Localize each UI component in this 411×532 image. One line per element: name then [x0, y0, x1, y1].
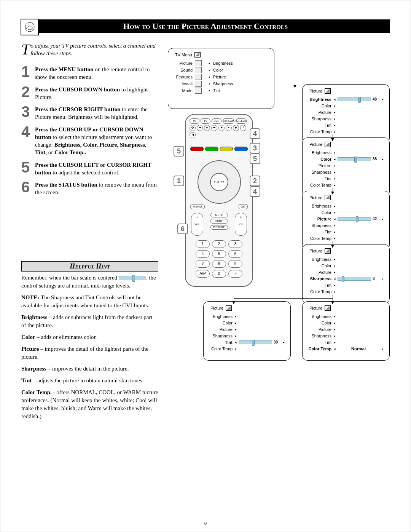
panel-title: Picture	[209, 305, 285, 311]
panel-row: Tint▸	[308, 282, 384, 288]
step-text: Press the CURSOR LEFT or CURSOR RIGHT bu…	[35, 160, 158, 177]
num-6: 6	[228, 250, 242, 258]
num-2: 2	[212, 240, 226, 248]
triangle-right-icon: ▸	[234, 328, 237, 331]
remote-btn: DVR	[212, 118, 221, 124]
panel-row: Color Temp▸	[308, 288, 384, 295]
num-9: 9	[228, 260, 242, 268]
panel-title: Picture	[308, 88, 384, 94]
panel-row: Picture▸	[308, 109, 384, 115]
triangle-right-icon: ▸	[381, 277, 384, 281]
triangle-left-icon: ◂	[333, 217, 336, 221]
picture-panel-tint: PictureBrightness▸Color▸Picture▸Sharpnes…	[203, 301, 291, 361]
remote-btn-power: ⏻	[190, 125, 196, 131]
remote-btn: ◀	[190, 132, 196, 138]
step-text: Press the CURSOR UP or CURSOR DOWN butto…	[35, 125, 158, 157]
triangle-right-icon: ▸	[333, 340, 336, 344]
triangle-right-icon: ▸	[333, 290, 336, 294]
slider-knob	[358, 97, 361, 103]
panel-row: Color▸	[308, 262, 384, 269]
dropcap: T	[21, 42, 30, 55]
triangle-left-icon: ◂	[333, 157, 336, 161]
menu-ok-row: MENU OK	[190, 204, 248, 209]
picture-icon	[325, 195, 331, 200]
panel-row: Tint▸	[308, 175, 384, 182]
svg-point-0	[25, 22, 34, 32]
connector	[263, 73, 295, 73]
vol-rocker: +VOL−	[191, 213, 203, 236]
picture-panel-sharpness: PictureBrightness▸Color▸Picture▸Sharpnes…	[302, 244, 390, 304]
num-status: ✓	[228, 270, 242, 278]
panel-row: Color Temp▸	[308, 182, 384, 188]
slider-bar	[338, 157, 371, 161]
step-number: 6	[21, 180, 35, 197]
triangle-right-icon: ▸	[333, 151, 336, 155]
hint-note: NOTE: The Shaprness and Tint Controls wi…	[21, 294, 158, 310]
step-text: Press the CURSOR RIGHT button to enter t…	[35, 105, 158, 121]
hint-p1: Remember, when the bar scale is centered…	[21, 274, 158, 290]
panel-row: Tint▸	[308, 122, 384, 128]
picture-panel-colortemp: PictureBrightness▸Color▸Picture▸Sharpnes…	[302, 301, 390, 361]
remote-btn: SELECT	[236, 118, 247, 124]
num-0: 0	[212, 270, 226, 278]
callout-3: 3	[250, 143, 260, 153]
triangle-left-icon: ◂	[333, 97, 336, 101]
triangle-right-icon: ▸	[333, 283, 336, 287]
panel-row: Brightness◂48▸	[308, 96, 384, 102]
triangle-right-icon: ▸	[333, 204, 336, 208]
connector	[234, 298, 333, 299]
hint-item: Color – adds or eliminates color.	[21, 333, 158, 341]
triangle-right-icon: ▸	[333, 177, 336, 181]
hint-body: Remember, when the bar scale is centered…	[21, 272, 158, 420]
triangle-right-icon: ▸	[333, 270, 336, 274]
panel-row: Sharpness▸	[308, 222, 384, 228]
panel-row: Color▸	[209, 320, 285, 326]
step: 4 Press the CURSOR UP or CURSOR DOWN but…	[21, 125, 158, 157]
picture-icon	[325, 142, 331, 147]
arrow-down-icon	[232, 301, 235, 304]
panel-row: Sharpness▸	[308, 115, 384, 122]
mute-button: MUTE	[210, 213, 228, 217]
num-5: 5	[212, 250, 226, 258]
picture-icon	[325, 248, 331, 254]
step-number: 4	[21, 125, 35, 157]
panel-title: Picture	[308, 142, 384, 147]
remote-btn: ●	[226, 125, 232, 131]
steps-list: 1 Press the MENU button on the remote co…	[21, 65, 158, 197]
callout-1: 1	[174, 176, 184, 186]
remote-btn: STREAM	[223, 118, 234, 124]
triangle-right-icon: ▸	[333, 130, 336, 134]
slider-knob	[354, 157, 357, 163]
triangle-right-icon: ▸	[333, 236, 336, 240]
panel-row: Brightness▸	[308, 313, 384, 320]
triangle-left-icon: ◂	[234, 340, 237, 344]
triangle-left-icon: ◂	[333, 347, 336, 351]
ok-button: OK	[238, 204, 248, 209]
arrow-down-icon	[331, 138, 334, 141]
remote-top-buttons: AV TV DVR STREAM SELECT ⏻ ⏮ ⏯ ⏭ ⏹ ● ▶ ⏸ …	[190, 118, 249, 138]
center-pills: MUTE SURF PICTURE	[208, 213, 231, 236]
menu-button: MENU	[190, 204, 205, 209]
page-title: How to Use the Picture Adjustment Contro…	[21, 21, 390, 31]
panel-row: Tint▸	[308, 228, 384, 235]
slider-bar	[338, 97, 371, 101]
blue-button	[234, 147, 248, 151]
panel-row: Picture▸	[308, 269, 384, 275]
slider-bar	[338, 277, 371, 281]
slider-knob	[342, 276, 344, 282]
num-1: 1	[196, 240, 210, 248]
logo-icon	[21, 19, 39, 35]
callout-4b: 4	[250, 186, 260, 197]
remote-btn: ⏹	[218, 125, 225, 131]
triangle-right-icon: ▸	[333, 328, 336, 331]
num-7: 7	[196, 260, 210, 268]
panel-row: Color▸	[308, 209, 384, 216]
triangle-right-icon: ▸	[333, 164, 336, 168]
hint-item: Brightness – adds or subtracts light fro…	[21, 313, 158, 329]
manual-page: How to Use the Picture Adjustment Contro…	[0, 0, 411, 532]
red-button	[190, 147, 204, 151]
left-column: To adjust your TV picture controls, sele…	[21, 42, 158, 424]
tv-menu-title: TV Menu	[174, 52, 269, 58]
callout-6: 6	[177, 224, 188, 234]
arrow-down-icon	[293, 85, 296, 88]
